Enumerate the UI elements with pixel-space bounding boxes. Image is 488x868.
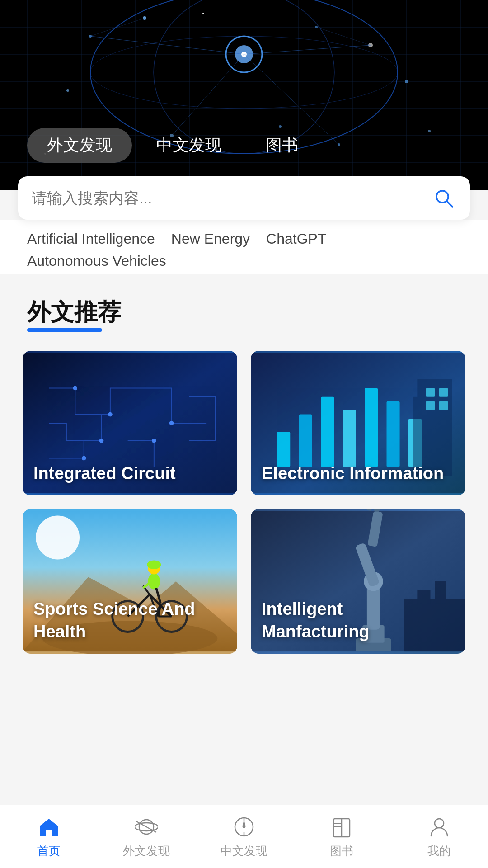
card-im-label: Intelligent Manfacturing — [251, 589, 465, 654]
svg-point-43 — [73, 386, 77, 391]
svg-point-74 — [148, 574, 160, 590]
svg-point-27 — [405, 80, 408, 83]
book-icon — [329, 814, 354, 840]
search-icon — [433, 188, 454, 208]
svg-point-45 — [169, 421, 174, 425]
section-title-wrap: 外文推荐 — [0, 274, 488, 342]
planet-icon — [134, 814, 159, 840]
svg-rect-59 — [426, 388, 435, 396]
person-icon — [427, 814, 452, 840]
tab-books[interactable]: 图书 — [246, 128, 318, 163]
svg-point-79 — [147, 560, 161, 569]
nav-foreign-label: 外文发现 — [123, 843, 170, 859]
nav-books-label: 图书 — [330, 843, 353, 859]
card-ss-label: Sports Science And Health — [23, 589, 237, 654]
bottom-nav: 首页 外文发现 中文发现 — [0, 805, 488, 868]
search-input[interactable] — [32, 189, 422, 207]
svg-rect-61 — [426, 401, 435, 410]
card-ic-label: Integrated Circuit — [23, 453, 237, 495]
card-im[interactable]: Intelligent Manfacturing — [251, 509, 465, 654]
svg-rect-60 — [439, 388, 448, 396]
svg-point-26 — [66, 89, 69, 92]
card-ss[interactable]: Sports Science And Health — [23, 509, 237, 654]
compass-icon — [231, 814, 257, 840]
card-ei-label: Electronic Information — [251, 453, 465, 495]
nav-chinese[interactable]: 中文发现 — [195, 814, 293, 859]
card-ei[interactable]: Electronic Information — [251, 351, 465, 495]
nav-home[interactable]: 首页 — [0, 814, 98, 859]
section-title: 外文推荐 — [27, 297, 121, 328]
svg-point-44 — [108, 412, 113, 417]
nav-foreign[interactable]: 外文发现 — [98, 814, 195, 859]
nav-home-label: 首页 — [37, 843, 61, 859]
nav-mine[interactable]: 我的 — [390, 814, 488, 859]
hero-banner: 外文发现 中文发现 图书 — [0, 0, 488, 190]
nav-chinese-label: 中文发现 — [221, 843, 267, 859]
svg-point-33 — [428, 130, 431, 132]
tag-ai[interactable]: Artificial Intelligence — [27, 231, 155, 247]
nav-mine-label: 我的 — [427, 843, 451, 859]
svg-point-28 — [202, 13, 204, 14]
svg-point-105 — [435, 819, 444, 828]
home-icon — [36, 814, 61, 840]
tag-av[interactable]: Autonomous Vehicles — [27, 253, 166, 269]
svg-point-46 — [99, 439, 104, 443]
card-ic[interactable]: Integrated Circuit — [23, 351, 237, 495]
svg-point-47 — [152, 439, 156, 443]
cards-grid: Integrated Circuit — [0, 342, 488, 654]
tags-row: Artificial Intelligence New Energy ChatG… — [0, 220, 488, 274]
tag-gpt[interactable]: ChatGPT — [266, 231, 326, 247]
search-button[interactable] — [431, 185, 456, 211]
tag-ne[interactable]: New Energy — [171, 231, 250, 247]
svg-point-65 — [36, 516, 80, 560]
tab-row: 外文发现 中文发现 图书 — [27, 128, 318, 163]
tab-foreign[interactable]: 外文发现 — [27, 128, 132, 163]
nav-books[interactable]: 图书 — [293, 814, 390, 859]
tab-chinese[interactable]: 中文发现 — [136, 128, 241, 163]
svg-rect-62 — [439, 401, 448, 410]
svg-line-41 — [447, 201, 452, 207]
search-bar — [18, 176, 470, 220]
svg-rect-90 — [366, 509, 374, 511]
